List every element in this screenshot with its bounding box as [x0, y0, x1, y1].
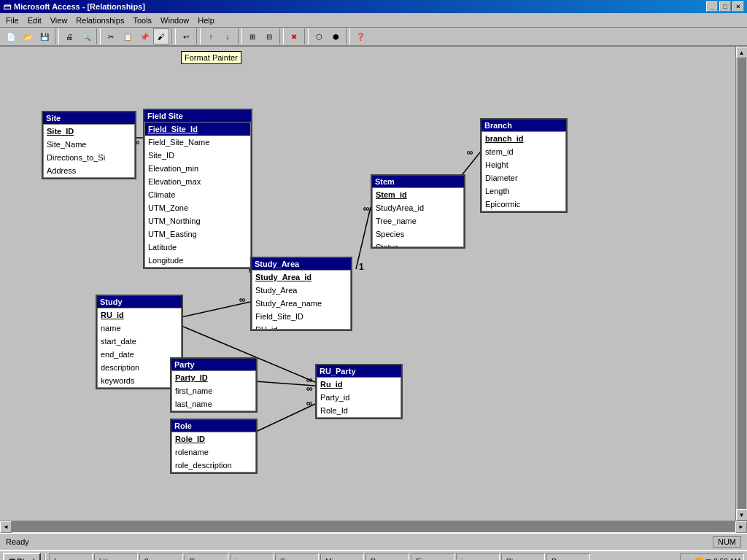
toolbar-undo[interactable]: ↩	[178, 28, 194, 44]
toolbar-preview[interactable]: 🔍	[78, 28, 94, 44]
toolbar-delete[interactable]: ✖	[286, 28, 302, 44]
toolbar-relations2[interactable]: ⬢	[328, 28, 344, 44]
taskbar-btn-5[interactable]: is...	[230, 553, 274, 560]
start-button[interactable]: ⊞ Start	[3, 553, 41, 560]
toolbar-cut[interactable]: ✂	[103, 28, 119, 44]
branch-field-2[interactable]: stem_id	[482, 145, 565, 158]
taskbar-btn-9[interactable]: Fi...	[411, 553, 454, 560]
menu-view[interactable]: View	[46, 15, 72, 26]
stem-field-3[interactable]: Tree_name	[373, 214, 463, 228]
fs-field-4[interactable]: Elevation_min	[145, 162, 250, 175]
vertical-scrollbar[interactable]: ▲ ▼	[735, 47, 747, 521]
rup-field-2[interactable]: Party_id	[317, 391, 400, 404]
toolbar-copy[interactable]: 📋	[120, 28, 136, 44]
taskbar-btn-3[interactable]: 8...	[139, 553, 183, 560]
branch-field-4[interactable]: Diameter	[482, 171, 565, 184]
table-study-title[interactable]: Study	[97, 296, 182, 308]
minimize-btn[interactable]: _	[706, 1, 718, 12]
party-field-3[interactable]: last_name	[172, 397, 255, 411]
close-btn[interactable]: ×	[732, 1, 744, 12]
toolbar-view1[interactable]: ⊞	[244, 28, 260, 44]
role-field-2[interactable]: rolename	[172, 446, 255, 459]
taskbar-btn-8[interactable]: R...	[365, 553, 409, 560]
sa-field-2[interactable]: Study_Area	[252, 284, 350, 297]
toolbar-relations[interactable]: ⬡	[311, 28, 327, 44]
stem-field-2[interactable]: StudyArea_id	[373, 201, 463, 214]
study-field-4[interactable]: end_date	[98, 348, 181, 361]
table-study-area-title[interactable]: Study_Area	[252, 258, 351, 270]
toolbar-sort-desc[interactable]: ↓	[220, 28, 236, 44]
fs-field-11[interactable]: Longitude	[145, 254, 250, 267]
toolbar-sort-asc[interactable]: ↑	[203, 28, 219, 44]
menu-tools[interactable]: Tools	[128, 15, 156, 26]
scroll-up-btn[interactable]: ▲	[736, 47, 748, 58]
fs-field-8[interactable]: UTM_Northing	[145, 214, 250, 228]
stem-field-4[interactable]: Species	[373, 228, 463, 241]
menu-edit[interactable]: Edit	[23, 15, 46, 26]
toolbar-print[interactable]: 🖨	[61, 28, 77, 44]
study-field-2[interactable]: name	[98, 322, 181, 335]
taskbar-btn-10[interactable]: is...	[456, 553, 500, 560]
taskbar-btn-12[interactable]: R...	[546, 553, 590, 560]
study-field-6[interactable]: keywords	[98, 374, 181, 387]
branch-field-5[interactable]: Length	[482, 184, 565, 198]
party-field-2[interactable]: first_name	[172, 384, 255, 397]
scroll-left-btn[interactable]: ◄	[0, 521, 12, 533]
menu-relationships[interactable]: Relationships	[71, 15, 128, 26]
toolbar-help[interactable]: ❓	[352, 28, 368, 44]
fs-field-6[interactable]: Climate	[145, 188, 250, 201]
fs-field-7[interactable]: UTM_Zone	[145, 201, 250, 214]
scroll-track-h[interactable]	[12, 521, 735, 532]
table-role-title[interactable]: Role	[171, 420, 256, 432]
toolbar-view2[interactable]: ⊟	[261, 28, 277, 44]
restore-btn[interactable]: □	[719, 1, 731, 12]
taskbar-btn-2[interactable]: htt...	[94, 553, 138, 560]
scroll-right-btn[interactable]: ►	[735, 521, 747, 533]
table-site-title[interactable]: Site	[43, 112, 135, 124]
fs-field-5[interactable]: Elevation_max	[145, 175, 250, 188]
role-field-3[interactable]: role_description	[172, 459, 255, 472]
rup-field-3[interactable]: Role_Id	[317, 404, 400, 417]
study-field-3[interactable]: start_date	[98, 335, 181, 348]
menu-help[interactable]: Help	[193, 15, 219, 26]
toolbar-new[interactable]: 📄	[3, 28, 19, 44]
stem-field-5[interactable]: Status	[373, 241, 463, 246]
scroll-down-btn[interactable]: ▼	[736, 509, 748, 521]
scroll-thumb-v[interactable]	[738, 58, 746, 509]
fs-field-10[interactable]: Latitude	[145, 241, 250, 254]
menu-window[interactable]: Window	[156, 15, 193, 26]
stem-field-1[interactable]: Stem_id	[373, 188, 463, 201]
sa-field-5[interactable]: RU_id	[252, 323, 350, 329]
study-field-5[interactable]: description	[98, 361, 181, 374]
role-field-1[interactable]: Role_ID	[172, 432, 255, 446]
taskbar-btn-1[interactable]: In...	[49, 553, 93, 560]
party-field-1[interactable]: Party_ID	[172, 371, 255, 384]
fs-field-3[interactable]: Site_ID	[145, 149, 250, 162]
sa-field-3[interactable]: Study_Area_name	[252, 297, 350, 310]
toolbar-save[interactable]: 💾	[36, 28, 53, 44]
rup-field-1[interactable]: Ru_id	[317, 378, 400, 391]
site-field-3[interactable]: Directions_to_Si	[44, 151, 134, 164]
site-field-1[interactable]: Site_ID	[44, 125, 134, 138]
table-ru-party-title[interactable]: RU_Party	[317, 365, 401, 377]
toolbar-paste[interactable]: 📌	[136, 28, 152, 44]
fs-field-1[interactable]: Field_Site_Id	[145, 122, 250, 136]
table-branch-title[interactable]: Branch	[481, 120, 566, 131]
taskbar-btn-6[interactable]: S...	[275, 553, 319, 560]
taskbar-btn-7[interactable]: Mi...	[320, 553, 364, 560]
taskbar-btn-11[interactable]: St...	[501, 553, 545, 560]
sa-field-4[interactable]: Field_Site_ID	[252, 310, 350, 323]
taskbar-btn-4[interactable]: D...	[185, 553, 228, 560]
branch-field-3[interactable]: Height	[482, 158, 565, 171]
table-stem-title[interactable]: Stem	[372, 176, 464, 187]
branch-field-6[interactable]: Epicormic	[482, 198, 565, 211]
table-stem-scroll[interactable]: Stem_id StudyArea_id Tree_name Species S…	[373, 188, 463, 246]
table-field-site-title[interactable]: Field Site	[144, 110, 251, 122]
branch-field-1[interactable]: branch_id	[482, 132, 565, 145]
site-field-4[interactable]: Address	[44, 164, 134, 177]
study-field-1[interactable]: RU_id	[98, 308, 181, 322]
table-site-field-scroll[interactable]: Site_ID Site_Name Directions_to_Si Addre…	[44, 125, 134, 177]
site-field-2[interactable]: Site_Name	[44, 138, 134, 151]
fs-field-2[interactable]: Field_Site_Name	[145, 136, 250, 149]
table-party-title[interactable]: Party	[171, 359, 256, 370]
